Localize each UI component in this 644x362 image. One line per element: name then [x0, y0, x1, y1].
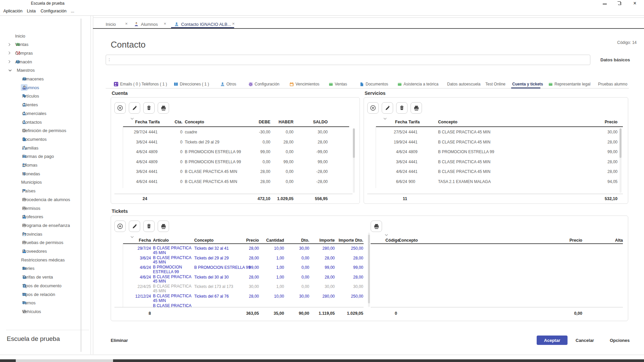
tab-inicio[interactable]: Inicio	[106, 21, 116, 27]
minimize-button[interactable]	[603, 4, 607, 4]
add-button[interactable]	[114, 102, 126, 114]
sidebar-item-formas-de-pago[interactable]: Formas de pago	[0, 153, 80, 161]
card-icon	[397, 82, 402, 86]
section-tab-datos-autoescuela[interactable]: Datos autoescuela	[447, 81, 480, 87]
chevron-right-icon[interactable]	[8, 43, 10, 46]
section-tab-configuracion[interactable]: Configuración	[249, 81, 279, 87]
tickets-totals-divider	[114, 307, 364, 307]
tab-alumnos[interactable]: Alumnos	[134, 21, 158, 27]
tab-close-icon[interactable]: ×	[232, 21, 235, 26]
sidebar-item-vehiculos[interactable]: Vehículos	[0, 307, 80, 315]
sidebar-item-almacenes[interactable]: Almacenes	[0, 75, 80, 83]
servicios-scrollbar-thumb[interactable]	[620, 128, 622, 158]
chevron-right-icon[interactable]	[8, 60, 10, 63]
sidebar-item-almacen[interactable]: Almacén	[0, 58, 80, 66]
tickets-total: 1.029,05	[330, 311, 363, 316]
print-button[interactable]	[158, 221, 169, 232]
tickets-scrollbar-thumb[interactable]	[368, 235, 370, 303]
section-tab-ventas[interactable]: Ventas	[329, 81, 347, 87]
toolbar-chevron-icon[interactable]	[385, 231, 388, 237]
sidebar-item-programa-de-ensenanza[interactable]: Programa de enseñanza	[0, 221, 80, 229]
section-tab-representante-legal[interactable]: Representante legal	[548, 81, 590, 87]
sidebar-item-comerciales[interactable]: Comerciales	[0, 109, 80, 117]
sidebar-item-idiomas[interactable]: Idiomas	[0, 161, 80, 169]
sidebar-item-definicion-de-permisos[interactable]: Definición de permisos	[0, 127, 80, 135]
sidebar-item-series[interactable]: Series	[0, 264, 80, 273]
tab-contacto-ignacio-alb[interactable]: Contacto IGNACIO ALB...	[174, 21, 231, 27]
sidebar-item-alumnos[interactable]: Alumnos	[0, 83, 80, 92]
print-button[interactable]	[158, 102, 169, 114]
sidebar-item-inicio[interactable]: Inicio	[0, 32, 80, 40]
add-button[interactable]	[367, 102, 379, 114]
edit-button[interactable]	[129, 221, 140, 232]
print-button[interactable]	[411, 102, 422, 114]
sidebar-item-tarifas-de-venta[interactable]: Tarifas de venta	[0, 273, 80, 281]
sidebar-label: Programa de enseñanza	[22, 223, 70, 228]
chevron-down-icon[interactable]	[8, 69, 12, 71]
close-button[interactable]: ×	[633, 0, 636, 6]
sidebar-item-permisos[interactable]: Permisos	[0, 204, 80, 212]
restore-button[interactable]	[618, 2, 621, 5]
sidebar-item-compras[interactable]: Compras	[0, 49, 80, 57]
sidebar-item-restricciones-medicas[interactable]: Restricciones médicas	[0, 256, 80, 264]
active-section-underline	[511, 87, 540, 88]
sidebar-item-municipios[interactable]: Municipios	[0, 178, 80, 186]
contact-name-input[interactable]: :	[106, 55, 590, 65]
datos-basicos-button[interactable]: Datos básicos	[600, 57, 630, 62]
section-tab-emails-0[interactable]: Emails ( 0 )	[114, 81, 141, 87]
sidebar-item-tipos-de-relacion[interactable]: Tipos de relación	[0, 290, 80, 298]
sidebar-item-procedencia-de-alumnos[interactable]: Procedencia de alumnos	[0, 195, 80, 203]
print-right-button[interactable]	[371, 221, 382, 232]
sidebar-item-turnos[interactable]: 7:10Turnos	[0, 299, 80, 307]
sidebar-scrollbar[interactable]	[80, 18, 82, 352]
sidebar-item-ventas[interactable]: Ventas	[0, 41, 80, 49]
section-tab-test-online[interactable]: Test Online	[485, 81, 505, 87]
section-tab-documentos[interactable]: Documentos	[360, 81, 388, 87]
menu-aplicacion[interactable]: Aplicación	[3, 9, 22, 13]
servicios-total: 11	[364, 196, 407, 201]
cancelar-button[interactable]: Cancelar	[576, 338, 594, 343]
sidebar-item-pruebas-de-permisos[interactable]: Pruebas de permisos	[0, 239, 80, 247]
tickets-right-header-precio: Precio	[549, 238, 582, 243]
sidebar-label: Artículos	[22, 94, 39, 99]
servicios-total: 532,10	[577, 196, 618, 201]
delete-button[interactable]	[396, 102, 408, 114]
delete-button[interactable]	[143, 102, 155, 114]
delete-button[interactable]	[143, 221, 155, 232]
eliminar-button[interactable]: Eliminar	[111, 338, 128, 343]
servicios-cell: 99,00	[577, 149, 618, 154]
section-tab-telefonos-1[interactable]: Teléfonos ( 1 )	[142, 81, 167, 87]
section-tab-asistencia-a-teorica[interactable]: Asistencia a teórica	[397, 81, 438, 87]
sidebar-item-profesores[interactable]: Profesores	[0, 213, 80, 221]
sidebar-label: Tipos de relación	[22, 292, 55, 297]
edit-button[interactable]	[129, 102, 140, 114]
add-button[interactable]	[114, 221, 126, 232]
sidebar-item-provincias[interactable]: Provincias	[0, 230, 80, 238]
tab-close-icon[interactable]: ×	[164, 21, 166, 26]
section-tab-vencimientos[interactable]: Vencimientos	[289, 81, 319, 87]
chevron-right-icon[interactable]	[8, 51, 10, 55]
sidebar-item-tipos-de-documento[interactable]: Tipos de documento	[0, 282, 80, 290]
edit-button[interactable]	[382, 102, 393, 114]
sidebar-item-documentos[interactable]: Documentos	[0, 135, 80, 143]
menu-[interactable]: ...	[71, 9, 74, 13]
aceptar-button[interactable]: Aceptar	[537, 336, 568, 345]
printer-icon	[374, 224, 379, 229]
sidebar-item-clientes[interactable]: Clientes	[0, 101, 80, 109]
sidebar-item-familias[interactable]: Familias	[0, 144, 80, 152]
opciones-button[interactable]: Opciones	[610, 338, 630, 343]
sidebar-item-contactos[interactable]: Contactos	[0, 118, 80, 126]
sidebar-item-maestros[interactable]: Maestros	[0, 66, 80, 74]
sidebar-item-monedas[interactable]: $Monedas	[0, 170, 80, 178]
menu-configuracion[interactable]: Configuración	[41, 9, 66, 13]
section-tab-direcciones-1[interactable]: Direcciones ( 1 )	[174, 81, 209, 87]
tab-close-icon[interactable]: ×	[125, 21, 128, 26]
sidebar-item-proveedores[interactable]: Proveedores	[0, 247, 80, 255]
cuenta-scrollbar-thumb[interactable]	[353, 128, 355, 158]
sidebar-item-paises[interactable]: Países	[0, 187, 80, 195]
section-tab-pruebas-alumno[interactable]: Pruebas alumno	[598, 81, 627, 87]
section-tab-otros[interactable]: Otros	[220, 81, 236, 87]
menu-lista[interactable]: Lista	[27, 9, 36, 13]
sidebar-item-articulos[interactable]: Artículos	[0, 92, 80, 100]
section-tab-cuenta-y-tickets[interactable]: Cuenta y tickets	[512, 81, 543, 87]
